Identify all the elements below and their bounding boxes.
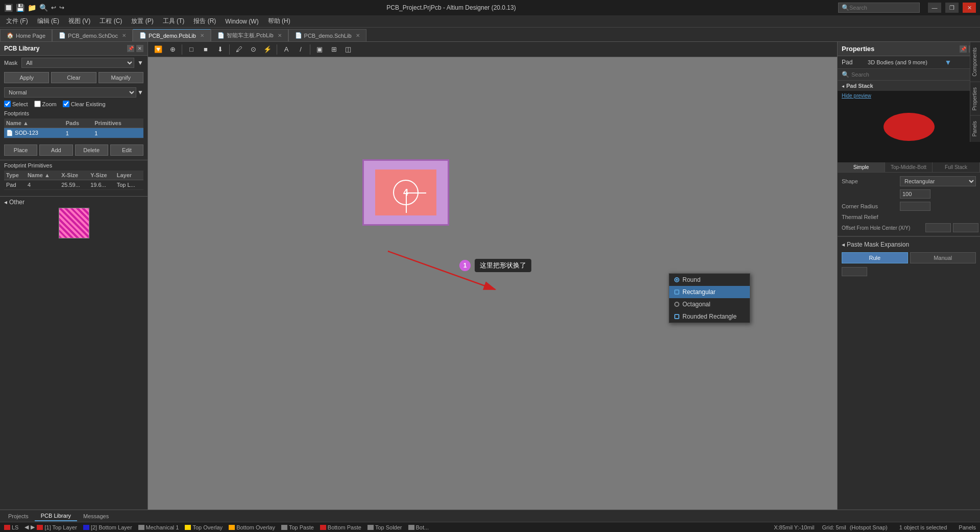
offset-x-input[interactable]: 0mil xyxy=(925,223,951,232)
prim-col-type[interactable]: Type xyxy=(4,171,26,180)
rp-pin-button[interactable]: 📌 xyxy=(960,45,967,53)
menu-project[interactable]: 工程 (C) xyxy=(95,16,126,27)
panels-button[interactable]: Panels xyxy=(959,524,976,530)
cursor-tool[interactable]: ⊕ xyxy=(166,43,179,56)
left-panel-title: PCB Library xyxy=(4,45,39,52)
fp-col-name[interactable]: Name ▲ xyxy=(4,118,64,128)
props-search-input[interactable] xyxy=(851,71,976,78)
hide-preview-button[interactable]: Hide preview xyxy=(842,93,871,99)
apply-row: Apply Clear Magnify xyxy=(0,70,148,85)
mask-select[interactable]: All Mask None xyxy=(21,58,134,68)
menu-tools[interactable]: 工具 (T) xyxy=(159,16,189,27)
tab-smartcar[interactable]: 📄 智能车主板.PcbLib ✕ xyxy=(211,29,288,41)
dropdown-item-rounded-rectangle[interactable]: Rounded Rectangle xyxy=(669,310,750,323)
apply-button[interactable]: Apply xyxy=(4,72,49,83)
menu-place[interactable]: 放置 (P) xyxy=(127,16,157,27)
sidebar-components-button[interactable]: Components xyxy=(970,42,980,82)
stack-tab-simple[interactable]: Simple xyxy=(838,162,885,172)
layer-botpaste: Bottom Paste xyxy=(320,524,361,530)
menu-window[interactable]: Window (W) xyxy=(221,17,262,26)
size-x-input[interactable] xyxy=(900,189,930,199)
sidebar-properties-button[interactable]: Properties xyxy=(970,82,980,116)
titlebar-search-input[interactable] xyxy=(849,5,911,11)
zoom-checkbox-label[interactable]: Zoom xyxy=(34,101,57,107)
shape-value: Rectangular Round Octagonal Rounded Rect… xyxy=(900,176,976,186)
fp-col-pads[interactable]: Pads xyxy=(64,118,92,128)
menu-edit[interactable]: 编辑 (E) xyxy=(33,16,63,27)
text-tool[interactable]: A xyxy=(280,43,292,56)
test-tool[interactable]: ⚡ xyxy=(261,43,274,56)
offset-y-input[interactable]: 0mil xyxy=(953,223,978,232)
dropdown-item-octagonal[interactable]: Octagonal xyxy=(669,298,750,310)
filter-tool[interactable]: 🔽 xyxy=(152,43,164,56)
layer-topoverlay: Top Overlay xyxy=(185,524,223,530)
prim-col-layer[interactable]: Layer xyxy=(115,171,143,180)
fp-edit-button[interactable]: Edit xyxy=(110,144,143,156)
prim-row-1[interactable]: Pad 4 25.59... 19.6... Top L... xyxy=(4,180,143,190)
stack-tab-fullstack[interactable]: Full Stack xyxy=(933,162,980,172)
select-checkbox[interactable] xyxy=(4,101,11,107)
dropdown-rectangular-label: Rectangular xyxy=(682,288,716,296)
paint-tool[interactable]: 🖊 xyxy=(233,43,245,56)
other-section: ◂ Other xyxy=(0,196,148,240)
tab-schdoc[interactable]: 📄 PCB_demo.SchDoc ✕ xyxy=(52,29,133,41)
rect-tool[interactable]: □ xyxy=(185,43,198,56)
left-panel-close[interactable]: ✕ xyxy=(136,45,143,52)
line-tool[interactable]: / xyxy=(295,43,307,56)
maximize-button[interactable]: ❐ xyxy=(945,3,959,13)
menu-reports[interactable]: 报告 (R) xyxy=(189,16,220,27)
left-panel-pin[interactable]: 📌 xyxy=(127,45,134,52)
filter-icon[interactable]: ▼ xyxy=(945,58,952,66)
dropdown-item-round[interactable]: Round xyxy=(669,274,750,286)
prim-col-ysize[interactable]: Y-Size xyxy=(88,171,115,180)
manual-button[interactable]: Manual xyxy=(910,252,976,263)
bottom-tab-projects[interactable]: Projects xyxy=(2,512,35,521)
layer-nav-left[interactable]: ◀ xyxy=(24,524,29,530)
bottom-tab-messages[interactable]: Messages xyxy=(77,512,115,521)
minimize-button[interactable]: — xyxy=(928,3,941,13)
paste-mask-value-input[interactable]: 0mil xyxy=(842,267,867,276)
tab-schlib[interactable]: 📄 PCB_demo.SchLib ✕ xyxy=(288,29,366,41)
layer-nav-right[interactable]: ▶ xyxy=(31,524,35,530)
zoom-area-tool[interactable]: ◫ xyxy=(342,43,354,56)
prim-col-name[interactable]: Name ▲ xyxy=(26,171,59,180)
menu-file[interactable]: 文件 (F) xyxy=(2,16,32,27)
close-button[interactable]: ✕ xyxy=(963,3,976,13)
copy-tool[interactable]: ⊞ xyxy=(328,43,340,56)
stack-tab-topmidbot[interactable]: Top-Middle-Bott xyxy=(885,162,933,172)
clear-existing-checkbox[interactable] xyxy=(63,101,69,107)
sidebar-panels-button[interactable]: Panels xyxy=(970,115,980,142)
paste-mask-toggle[interactable]: ◂ Paste Mask Expansion xyxy=(838,239,980,250)
tab-pcblib[interactable]: 📄 PCB_demo.PcbLib ✕ xyxy=(133,29,211,41)
rect-fill-tool[interactable]: ■ xyxy=(200,43,212,56)
select-checkbox-label[interactable]: Select xyxy=(4,101,28,107)
prim-col-xsize[interactable]: X-Size xyxy=(59,171,88,180)
normal-select[interactable]: Normal Highlight Mask xyxy=(4,87,136,98)
download-tool[interactable]: ⬇ xyxy=(214,43,226,56)
fp-add-button[interactable]: Add xyxy=(39,144,72,156)
bottom-tab-pcblib[interactable]: PCB Library xyxy=(35,511,77,521)
rect2-tool[interactable]: ▣ xyxy=(313,43,326,56)
thermal-relief-row: Thermal Relief xyxy=(838,212,980,222)
fp-place-button[interactable]: Place xyxy=(4,144,37,156)
prim-layer: Top L... xyxy=(115,180,143,190)
clear-existing-checkbox-label[interactable]: Clear Existing xyxy=(63,101,106,107)
rule-button[interactable]: Rule xyxy=(842,252,908,263)
titlebar-search-box[interactable]: 🔍 xyxy=(838,3,920,13)
circle-tool[interactable]: ⊙ xyxy=(247,43,259,56)
tab-home[interactable]: 🏠 Home Page xyxy=(0,29,52,41)
clear-button[interactable]: Clear xyxy=(51,72,96,83)
menu-view[interactable]: 视图 (V) xyxy=(64,16,94,27)
zoom-checkbox[interactable] xyxy=(34,101,41,107)
menu-help[interactable]: 帮助 (H) xyxy=(264,16,295,27)
pad-stack-toggle[interactable]: ◂ Pad Stack xyxy=(838,81,980,91)
fp-row-sod123[interactable]: 📄 SOD-123 1 1 xyxy=(4,128,143,138)
shape-select[interactable]: Rectangular Round Octagonal Rounded Rect… xyxy=(900,176,976,186)
corner-radius-input[interactable] xyxy=(900,202,930,211)
fp-delete-button[interactable]: Delete xyxy=(75,144,108,156)
fp-col-primitives[interactable]: Primitives xyxy=(92,118,143,128)
normal-row: Normal Highlight Mask ▼ xyxy=(0,85,148,100)
magnify-button[interactable]: Magnify xyxy=(99,72,143,83)
dropdown-item-rectangular[interactable]: Rectangular xyxy=(669,286,750,298)
prim-type: Pad xyxy=(4,180,26,190)
